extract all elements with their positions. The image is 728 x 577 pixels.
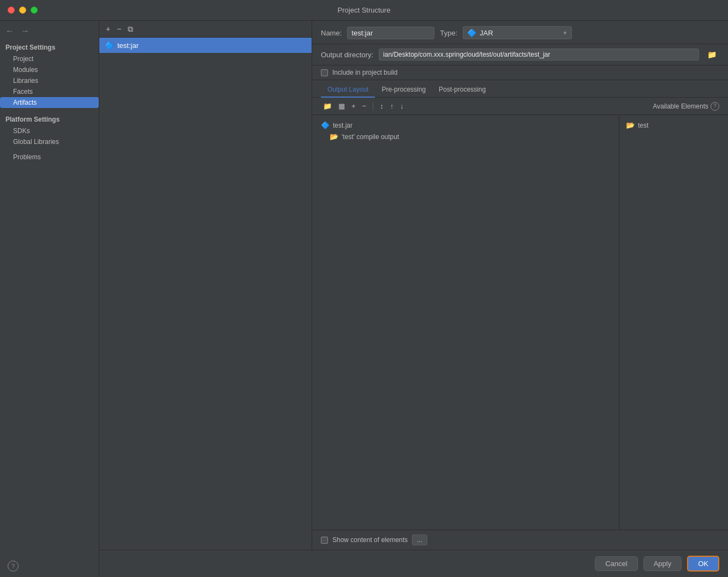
available-elements-panel: 📂 test: [619, 115, 728, 530]
available-elements-label: Available Elements ?: [653, 102, 719, 111]
type-label: Type:: [440, 29, 457, 37]
output-item-testjar[interactable]: 🔷 test.jar: [312, 119, 619, 131]
name-label: Name:: [321, 29, 342, 37]
output-item-compile-output[interactable]: 📂 'test' compile output: [312, 131, 619, 142]
main-layout: ← → Project Settings Project Modules Lib…: [0, 21, 728, 577]
artifact-toolbar: + − ⧉: [99, 21, 312, 38]
tab-output-layout[interactable]: Output Layout: [321, 82, 375, 98]
apply-button[interactable]: Apply: [643, 556, 682, 571]
content-area: + − ⧉ 🔷 test:jar Name: Type: 🔷: [99, 21, 728, 577]
bottom-bar: Show content of elements ...: [312, 530, 728, 550]
type-value: JAR: [480, 29, 559, 37]
show-content-checkbox[interactable]: [321, 537, 328, 544]
output-item-label: test.jar: [333, 122, 353, 129]
remove-artifact-button[interactable]: −: [115, 24, 123, 34]
artifact-item-label: test:jar: [117, 41, 139, 50]
artifact-list-panel: + − ⧉ 🔷 test:jar: [99, 21, 312, 550]
avail-folder-icon: 📂: [626, 121, 635, 129]
include-project-build-label: Include in project build: [332, 69, 397, 76]
sidebar-item-sdks[interactable]: SDKs: [0, 125, 99, 136]
output-down-btn[interactable]: ↓: [398, 101, 406, 111]
window-title: Project Structure: [338, 6, 391, 14]
sidebar-item-facets[interactable]: Facets: [0, 86, 99, 97]
sidebar-item-artifacts[interactable]: Artifacts: [0, 97, 99, 108]
dialog-footer: Cancel Apply OK: [99, 550, 728, 577]
window-controls[interactable]: [8, 7, 38, 14]
sidebar-item-global-libraries[interactable]: Global Libraries: [0, 136, 99, 147]
type-jar-icon: 🔷: [467, 28, 476, 37]
sidebar: ← → Project Settings Project Modules Lib…: [0, 21, 99, 577]
back-button[interactable]: ←: [5, 26, 14, 36]
chevron-down-icon: ▼: [562, 30, 568, 36]
name-type-row: Name: Type: 🔷 JAR ▼: [312, 21, 728, 44]
name-input[interactable]: [347, 27, 434, 39]
type-select[interactable]: 🔷 JAR ▼: [463, 26, 572, 39]
tabs-row: Output Layout Pre-processing Post-proces…: [312, 80, 728, 98]
include-row: Include in project build: [312, 65, 728, 80]
tab-pre-processing[interactable]: Pre-processing: [375, 82, 432, 98]
avail-item-test[interactable]: 📂 test: [619, 119, 728, 131]
ok-button[interactable]: OK: [687, 556, 719, 572]
include-project-build-checkbox[interactable]: [321, 69, 328, 76]
output-dir-row: Output directory: 📁: [312, 44, 728, 65]
artifact-jar-icon: 🔷: [105, 41, 114, 50]
output-child-label: 'test' compile output: [342, 133, 399, 141]
copy-artifact-button[interactable]: ⧉: [126, 24, 135, 34]
maximize-button[interactable]: [31, 7, 38, 14]
sidebar-item-problems[interactable]: Problems: [0, 152, 99, 163]
project-settings-section: Project Settings: [0, 40, 99, 53]
jar-file-icon: 🔷: [321, 121, 330, 129]
avail-item-label: test: [638, 122, 648, 129]
cancel-button[interactable]: Cancel: [595, 556, 637, 571]
output-remove-btn[interactable]: −: [360, 101, 369, 111]
sidebar-item-modules[interactable]: Modules: [0, 64, 99, 75]
help-question-button[interactable]: ?: [8, 561, 19, 572]
artifact-item-testjar[interactable]: 🔷 test:jar: [99, 38, 312, 53]
toolbar-separator: [373, 102, 373, 111]
output-sort-btn[interactable]: ↕: [378, 101, 386, 111]
split-area: + − ⧉ 🔷 test:jar Name: Type: 🔷: [99, 21, 728, 550]
title-bar: Project Structure: [0, 0, 728, 21]
output-layout-toolbar: 📁 ▦ + − ↕ ↑ ↓ Available Elements ?: [312, 98, 728, 115]
output-left-panel: 🔷 test.jar 📂 'test' compile output: [312, 115, 619, 530]
output-up-btn[interactable]: ↑: [388, 101, 396, 111]
folder-icon: 📂: [330, 133, 338, 141]
forward-button[interactable]: →: [21, 26, 29, 36]
browse-button[interactable]: 📁: [705, 49, 719, 60]
sidebar-item-libraries[interactable]: Libraries: [0, 75, 99, 86]
add-artifact-button[interactable]: +: [104, 24, 112, 34]
output-content: 🔷 test.jar 📂 'test' compile output 📂 tes…: [312, 115, 728, 530]
tab-post-processing[interactable]: Post-processing: [432, 82, 492, 98]
close-button[interactable]: [8, 7, 15, 14]
minimize-button[interactable]: [19, 7, 26, 14]
show-content-label: Show content of elements: [332, 536, 408, 544]
output-folder-btn[interactable]: 📁: [321, 101, 334, 111]
output-grid-btn[interactable]: ▦: [336, 101, 347, 111]
platform-settings-section: Platform Settings: [0, 112, 99, 125]
output-add-btn[interactable]: +: [349, 101, 358, 111]
right-panel: Name: Type: 🔷 JAR ▼ Output directory: 📁: [312, 21, 728, 550]
sidebar-item-project[interactable]: Project: [0, 53, 99, 64]
dots-button[interactable]: ...: [412, 534, 427, 545]
output-dir-label: Output directory:: [321, 51, 373, 59]
output-dir-input[interactable]: [379, 49, 699, 61]
nav-arrows: ← →: [0, 23, 99, 40]
help-icon[interactable]: ?: [711, 102, 719, 111]
